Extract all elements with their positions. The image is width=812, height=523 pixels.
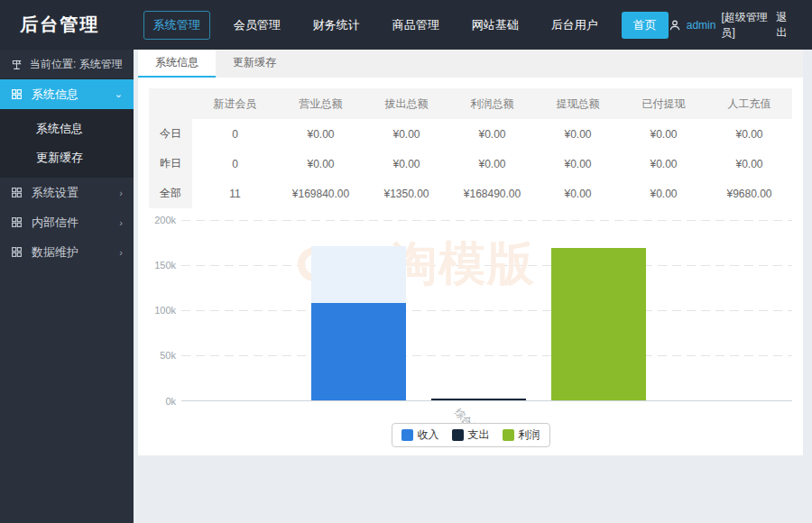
legend-label: 利润	[519, 427, 540, 443]
sidebar-item-label: 系统信息	[32, 87, 78, 103]
sidebar-item-label: 数据维护	[32, 244, 78, 261]
table-cell: ¥0.00	[535, 119, 621, 149]
legend-item-profit[interactable]: 利润	[503, 427, 540, 443]
user-role: [超级管理员]	[721, 10, 770, 41]
table-cell: ¥0.00	[535, 179, 621, 208]
y-tick: 0k	[165, 396, 176, 407]
table-cell: 0	[192, 149, 278, 179]
tab-system-info[interactable]: 系统信息	[138, 50, 216, 78]
legend-item-income[interactable]: 收入	[401, 427, 439, 443]
nav-item-system[interactable]: 系统管理	[143, 11, 210, 40]
table-cell: 11	[192, 179, 278, 208]
chevron-right-icon: ›	[119, 247, 123, 258]
submenu-item-system-info[interactable]: 系统信息	[0, 115, 134, 143]
table-cell: ¥0.00	[621, 179, 706, 208]
table-cell: ¥0.00	[278, 119, 364, 149]
bar-expense	[431, 399, 526, 400]
stats-table: 新进会员 营业总额 拔出总额 利润总额 提现总额 已付提现 人工充值 今日 0 …	[149, 88, 792, 208]
tab-bar: 系统信息 更新缓存	[138, 50, 803, 78]
grid-icon	[11, 187, 23, 198]
bar-profit	[551, 248, 646, 400]
gridline	[181, 265, 792, 266]
col-header: 新进会员	[192, 88, 278, 119]
table-cell: ¥0.00	[621, 119, 706, 149]
nav-item-site-basics[interactable]: 网站基础	[463, 12, 528, 39]
gridline	[181, 220, 792, 221]
y-axis-labels: 200k 150k 100k 50k 0k	[149, 220, 176, 401]
sidebar-item-system-info[interactable]: 系统信息 ⌄	[0, 79, 134, 109]
tab-refresh-cache[interactable]: 更新缓存	[216, 50, 293, 78]
row-label-today: 今日	[149, 119, 192, 149]
col-header: 人工充值	[706, 88, 792, 119]
sidebar: 当前位置: 系统管理 系统信息 ⌄ 系统信息 更新缓存 系统设置 ›	[0, 50, 134, 523]
table-cell: ¥169840.00	[278, 179, 364, 208]
bar-income-solid	[311, 303, 406, 400]
nav-item-members[interactable]: 会员管理	[225, 12, 290, 39]
x-axis-line	[181, 400, 792, 401]
table-cell: ¥0.00	[706, 149, 792, 179]
row-label-yesterday: 昨日	[149, 149, 192, 179]
grid-icon	[11, 88, 23, 100]
nav-item-home[interactable]: 首页	[622, 12, 669, 39]
nav-item-admin-users[interactable]: 后台用户	[542, 12, 607, 39]
sidebar-item-data-maintenance[interactable]: 数据维护 ›	[0, 237, 134, 267]
legend-item-expense[interactable]: 支出	[452, 427, 490, 443]
user-icon	[669, 19, 681, 32]
chevron-down-icon: ⌄	[115, 88, 123, 100]
sidebar-submenu: 系统信息 更新缓存	[0, 109, 134, 178]
stats-bar-chart: 200k 150k 100k 50k 0k 一淘模版 综合统计	[149, 213, 792, 449]
legend-label: 收入	[418, 427, 439, 443]
content-card: 系统信息 更新缓存 新进会员 营业总额 拔出总额 利润总额 提现总额 已付提现 …	[138, 50, 803, 455]
col-header: 拔出总额	[364, 88, 449, 119]
legend-swatch-profit	[503, 429, 514, 441]
table-cell: ¥0.00	[278, 149, 364, 179]
y-tick: 150k	[154, 260, 176, 271]
chart-legend: 收入 支出 利润	[392, 423, 550, 447]
chevron-right-icon: ›	[119, 217, 123, 228]
legend-swatch-income	[401, 429, 413, 441]
table-cell: ¥0.00	[449, 149, 535, 179]
y-tick: 50k	[160, 350, 176, 361]
sidebar-item-label: 系统设置	[32, 185, 78, 201]
app-logo: 后台管理	[0, 13, 120, 37]
col-header: 已付提现	[621, 88, 706, 119]
table-cell: ¥0.00	[449, 119, 535, 149]
grid-icon	[11, 246, 23, 258]
user-info: admin [超级管理员] 退出	[669, 10, 794, 41]
gridline	[181, 355, 792, 356]
signpost-icon	[11, 59, 23, 70]
table-cell: ¥0.00	[706, 119, 792, 149]
table-cell: ¥0.00	[621, 149, 706, 179]
plot-area: 一淘模版	[181, 220, 792, 401]
breadcrumb: 当前位置: 系统管理	[0, 50, 134, 79]
nav-item-finance[interactable]: 财务统计	[304, 12, 369, 39]
nav-item-products[interactable]: 商品管理	[383, 12, 448, 39]
sidebar-item-label: 内部信件	[32, 215, 78, 231]
y-tick: 100k	[154, 305, 176, 316]
bar-income	[311, 246, 406, 400]
topbar: 后台管理 系统管理 会员管理 财务统计 商品管理 网站基础 后台用户 首页 ad…	[0, 0, 812, 50]
gridline	[181, 310, 792, 311]
breadcrumb-label: 当前位置: 系统管理	[30, 57, 123, 72]
table-cell: 0	[192, 119, 278, 149]
legend-label: 支出	[468, 427, 490, 443]
table-corner-cell	[149, 88, 192, 119]
col-header: 利润总额	[449, 88, 535, 119]
row-label-all: 全部	[149, 179, 192, 208]
table-cell: ¥0.00	[535, 149, 621, 179]
table-cell: ¥9680.00	[706, 179, 792, 208]
table-cell: ¥0.00	[364, 149, 449, 179]
current-user-link[interactable]: admin	[687, 19, 716, 32]
sidebar-item-internal-mail[interactable]: 内部信件 ›	[0, 207, 134, 237]
col-header: 营业总额	[278, 88, 364, 119]
main-nav: 系统管理 会员管理 财务统计 商品管理 网站基础 后台用户 首页	[143, 11, 669, 40]
submenu-item-refresh-cache[interactable]: 更新缓存	[0, 143, 134, 172]
col-header: 提现总额	[535, 88, 621, 119]
chevron-right-icon: ›	[119, 188, 123, 198]
y-tick: 200k	[154, 215, 176, 225]
logout-link[interactable]: 退出	[776, 10, 794, 41]
sidebar-item-system-settings[interactable]: 系统设置 ›	[0, 178, 134, 207]
table-cell: ¥0.00	[364, 119, 449, 149]
table-cell: ¥168490.00	[449, 179, 535, 208]
table-cell: ¥1350.00	[364, 179, 449, 208]
